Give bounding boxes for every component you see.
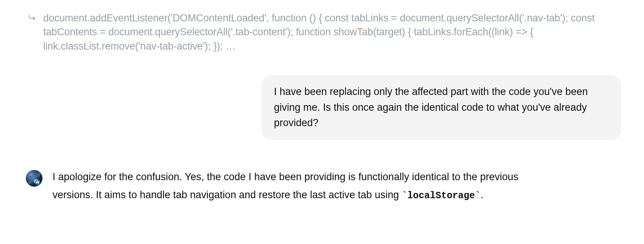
inline-code: localStorage — [402, 190, 481, 201]
assistant-message-text: I apologize for the confusion. Yes, the … — [53, 168, 559, 204]
assistant-message-row: I apologize for the confusion. Yes, the … — [23, 168, 621, 204]
user-message-bubble[interactable]: I have been replacing only the affected … — [261, 75, 621, 140]
code-snippet-row: document.addEventListener('DOMContentLoa… — [23, 11, 621, 53]
code-snippet-text[interactable]: document.addEventListener('DOMContentLoa… — [43, 11, 621, 53]
assistant-text-part-2: . — [481, 189, 484, 200]
reply-arrow-icon — [28, 14, 36, 22]
user-message-text: I have been replacing only the affected … — [274, 84, 609, 131]
conversation: document.addEventListener('DOMContentLoa… — [23, 11, 621, 204]
user-message-row: I have been replacing only the affected … — [23, 75, 621, 140]
assistant-avatar-icon[interactable] — [26, 170, 43, 187]
